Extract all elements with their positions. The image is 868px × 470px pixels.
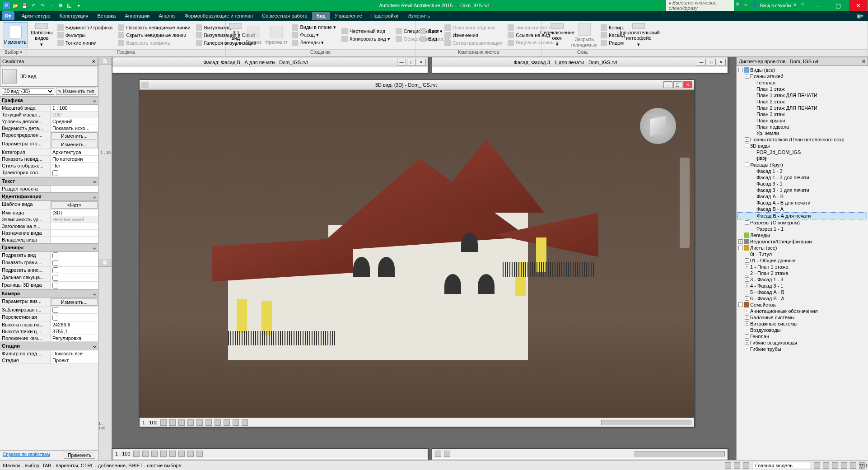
tree-toggle-icon[interactable]: +: [738, 239, 743, 244]
props-value[interactable]: [51, 237, 98, 243]
menu-tab-6[interactable]: Совместная работа: [257, 12, 312, 20]
props-value[interactable]: Регулировка: [51, 335, 98, 341]
place-view-button[interactable]: Вид: [418, 35, 441, 42]
props-value[interactable]: Изменить...: [51, 141, 98, 148]
status-icon[interactable]: [743, 462, 749, 469]
tree-item[interactable]: -Фасады (Круг): [737, 162, 867, 168]
tree-toggle-icon[interactable]: +: [745, 290, 749, 294]
tree-toggle-icon[interactable]: +: [745, 271, 749, 275]
properties-close-icon[interactable]: ✕: [92, 59, 96, 65]
show-hidden-lines-button[interactable]: Показать невидимые линии: [116, 24, 192, 31]
tree-toggle-icon[interactable]: +: [745, 258, 749, 263]
props-value[interactable]: Архитектура: [51, 149, 98, 155]
menu-tab-2[interactable]: Вставка: [93, 12, 121, 20]
tree-toggle-icon[interactable]: +: [745, 315, 749, 320]
tree-item[interactable]: -Разрезы (С номером): [737, 219, 867, 226]
close-icon[interactable]: ✕: [717, 59, 726, 65]
props-category[interactable]: Графика⌵: [0, 96, 98, 105]
props-category[interactable]: Границы⌵: [0, 243, 98, 252]
tree-item[interactable]: +6 - Фасад В - А: [737, 295, 867, 302]
properties-help-link[interactable]: Справка по свойствам: [3, 452, 50, 459]
tree-item[interactable]: План 2 этаж ДЛЯ ПЕЧАТИ: [737, 105, 867, 111]
scale-label[interactable]: 1 : 100: [115, 451, 131, 456]
tree-item[interactable]: Фасад 1 - 3: [737, 168, 867, 174]
props-value[interactable]: [51, 186, 98, 192]
tree-toggle-icon[interactable]: +: [745, 347, 749, 351]
switch-windows-button[interactable]: Переключение окон▾: [545, 22, 570, 48]
tree-item[interactable]: +Воздуховоды: [737, 327, 867, 333]
sheet-button[interactable]: Лист: [418, 28, 441, 35]
tree-item[interactable]: Фасад 1 - 3 для печати: [737, 174, 867, 181]
props-value[interactable]: {3D}: [51, 209, 98, 216]
props-value[interactable]: Проект: [51, 357, 98, 363]
vicn[interactable]: [444, 451, 450, 457]
props-value[interactable]: 3755,1: [51, 328, 98, 335]
props-value[interactable]: Нет: [51, 163, 98, 169]
min-icon[interactable]: —: [663, 81, 672, 88]
view-templates-button[interactable]: Шаблоны видов▾: [30, 22, 54, 48]
edit-type-button[interactable]: ✎ Изменить тип: [56, 88, 96, 95]
tree-toggle-icon[interactable]: -: [745, 220, 749, 225]
props-value[interactable]: [51, 314, 98, 321]
tree-item[interactable]: -Планы этажей: [737, 73, 867, 79]
tree-item[interactable]: Разрез 1 - 1: [737, 226, 867, 232]
legends-button[interactable]: Легенды ▾: [290, 39, 338, 47]
tree-toggle-icon[interactable]: -: [745, 163, 749, 167]
status-icon[interactable]: [814, 462, 820, 469]
tree-item[interactable]: +Генплан: [737, 333, 867, 340]
props-value[interactable]: [51, 230, 98, 236]
menu-tab-8[interactable]: Управление: [330, 12, 367, 20]
tree-toggle-icon[interactable]: -: [738, 68, 743, 72]
user-interface-button[interactable]: Пользовательский интерфейс▾: [626, 22, 651, 48]
min-icon[interactable]: —: [697, 59, 706, 65]
callout-button[interactable]: Фрагмент: [264, 22, 288, 48]
tree-toggle-icon[interactable]: +: [745, 296, 749, 301]
drafting-view-button[interactable]: Чертежный вид: [340, 28, 392, 35]
help-search-input[interactable]: ▸ Введите ключевое слово/фразу: [666, 0, 734, 11]
menu-tab-1[interactable]: Конструкция: [55, 12, 93, 20]
max-icon[interactable]: ▢: [673, 81, 682, 88]
tree-item[interactable]: +Аннотационные обозначения: [737, 308, 867, 314]
props-category[interactable]: Камера⌵: [0, 289, 98, 298]
props-value[interactable]: [51, 307, 98, 314]
nav-bar[interactable]: [680, 158, 690, 248]
reveal-icon[interactable]: [242, 419, 248, 426]
maximize-button[interactable]: ▢: [829, 0, 847, 11]
tree-toggle-icon[interactable]: -: [738, 246, 743, 250]
tree-item[interactable]: Фасад 3 - 1 для печати: [737, 187, 867, 193]
open-icon[interactable]: 📂: [12, 2, 19, 9]
vicn[interactable]: [160, 451, 167, 457]
props-value[interactable]: Изменить...: [51, 298, 98, 306]
menu-tab-10[interactable]: Изменить: [403, 12, 434, 20]
scrollbar-h[interactable]: [601, 420, 691, 425]
status-icon[interactable]: [841, 462, 847, 469]
menu-tab-7[interactable]: Вид: [312, 12, 330, 20]
props-value[interactable]: [51, 223, 98, 229]
vicn[interactable]: [169, 451, 176, 457]
login-label[interactable]: Вход в службы: [760, 3, 791, 8]
tree-item[interactable]: Фасад 3 - 1: [737, 181, 867, 187]
tree-item[interactable]: 0t - Титул: [737, 251, 867, 257]
user-icon[interactable]: 👤: [752, 2, 758, 9]
tree-toggle-icon[interactable]: +: [745, 340, 749, 345]
props-value[interactable]: [51, 259, 98, 266]
props-value[interactable]: [51, 252, 98, 259]
hide-hidden-lines-button[interactable]: Скрыть невидимые линии: [116, 32, 192, 39]
filter-icon[interactable]: ▽:0: [859, 462, 865, 469]
print-icon[interactable]: 🖶: [57, 2, 64, 9]
app-menu-button[interactable]: R▾: [2, 11, 14, 20]
tree-toggle-icon[interactable]: +: [745, 265, 749, 269]
tree-item[interactable]: +Планы потолков (План потолочного покр: [737, 136, 867, 143]
tree-item[interactable]: -Листы (все): [737, 245, 867, 251]
tree-item[interactable]: План крыши: [737, 117, 867, 124]
tree-toggle-icon[interactable]: -: [745, 144, 749, 148]
props-value[interactable]: По категории: [51, 156, 98, 162]
tree-item[interactable]: План 2 этаж: [737, 98, 867, 105]
copy-view-button[interactable]: Копировать вид ▾: [340, 35, 392, 42]
plan-views-button[interactable]: Виды в плане ▾: [290, 24, 338, 31]
props-value[interactable]: [51, 274, 98, 281]
tree-item[interactable]: +2 - План 2 этажа: [737, 270, 867, 276]
tree-item[interactable]: +5 - Фасад А - В: [737, 289, 867, 295]
menu-tab-3[interactable]: Аннотации: [120, 12, 154, 20]
props-category[interactable]: Текст⌵: [0, 177, 98, 186]
